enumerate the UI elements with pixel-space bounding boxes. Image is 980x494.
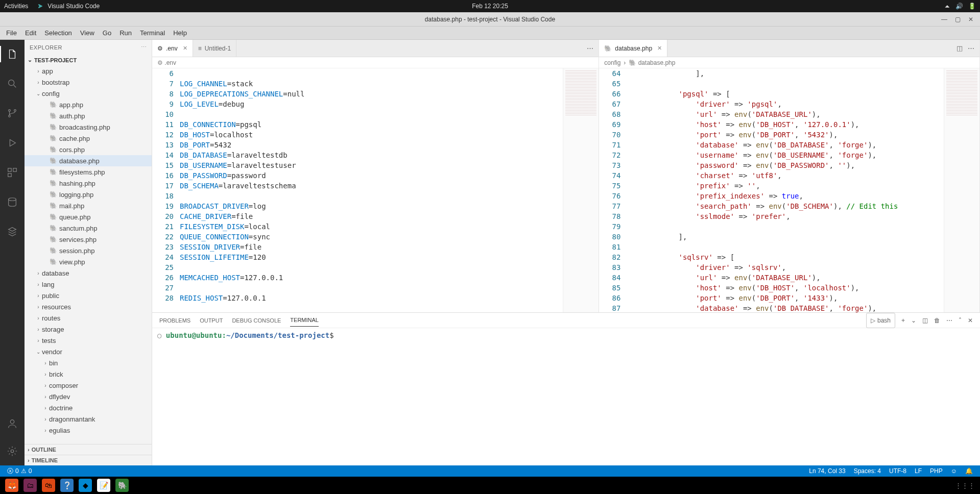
outline-section[interactable]: ›OUTLINE [25, 444, 152, 455]
terminal-dropdown-icon[interactable]: ⌄ [911, 314, 916, 327]
status-indent[interactable]: Spaces: 4 [850, 467, 885, 475]
window-minimize-button[interactable]: — [938, 15, 950, 24]
code-editor-left[interactable]: 6789101112131415161718192021222324252627… [152, 68, 599, 312]
panel-maximize-icon[interactable]: ˄ [959, 314, 962, 327]
panel-close-icon[interactable]: ✕ [968, 314, 973, 327]
file-database-php[interactable]: 🐘database.php [25, 155, 152, 166]
terminal-new-icon[interactable]: + [901, 314, 905, 327]
folder-egulias[interactable]: ›egulias [25, 425, 152, 436]
file-sanctum-php[interactable]: 🐘sanctum.php [25, 223, 152, 234]
taskbar-help[interactable]: ❔ [60, 479, 74, 492]
status-language[interactable]: PHP [926, 467, 947, 475]
file-filesystems-php[interactable]: 🐘filesystems.php [25, 166, 152, 178]
os-clock[interactable]: Feb 12 20:25 [472, 3, 508, 10]
file-mail-php[interactable]: 🐘mail.php [25, 200, 152, 211]
file-cors-php[interactable]: 🐘cors.php [25, 144, 152, 155]
file-session-php[interactable]: 🐘session.php [25, 245, 152, 256]
menu-file[interactable]: File [2, 27, 21, 39]
activity-extensions[interactable] [0, 162, 25, 183]
minimap-left[interactable] [563, 68, 599, 312]
window-close-button[interactable]: ✕ [965, 15, 977, 24]
taskbar-vscode[interactable]: ◆ [79, 479, 92, 492]
folder-app[interactable]: ›app [25, 65, 152, 77]
terminal[interactable]: ○ ubuntu@ubuntu:~/Documents/test-project… [152, 328, 980, 465]
menu-help[interactable]: Help [169, 27, 191, 39]
file-tree[interactable]: ›app›bootstrap⌄config🐘app.php🐘auth.php🐘b… [25, 65, 152, 444]
taskbar-text-editor[interactable]: 📝 [97, 479, 110, 492]
breadcrumb-left[interactable]: ⚙ .env [152, 57, 599, 68]
file-logging-php[interactable]: 🐘logging.php [25, 189, 152, 200]
minimap-right[interactable] [944, 68, 979, 312]
file-app-php[interactable]: 🐘app.php [25, 99, 152, 110]
volume-icon[interactable]: 🔊 [955, 3, 963, 10]
window-maximize-button[interactable]: ▢ [951, 15, 964, 24]
folder-vendor[interactable]: ⌄vendor [25, 346, 152, 357]
status-errors[interactable]: ⓧ0⚠0 [3, 467, 36, 476]
file-services-php[interactable]: 🐘services.php [25, 234, 152, 245]
activity-accounts[interactable] [0, 413, 25, 434]
breadcrumb-right[interactable]: config›🐘 database.php [599, 57, 979, 68]
menu-edit[interactable]: Edit [21, 27, 40, 39]
activity-settings[interactable] [0, 441, 25, 461]
tab--env[interactable]: ⚙.env✕ [152, 40, 193, 57]
status-cursor[interactable]: Ln 74, Col 33 [805, 467, 849, 475]
file-cache-php[interactable]: 🐘cache.php [25, 133, 152, 144]
file-queue-php[interactable]: 🐘queue.php [25, 211, 152, 223]
file-hashing-php[interactable]: 🐘hashing.php [25, 178, 152, 189]
folder-doctrine[interactable]: ›doctrine [25, 402, 152, 413]
panel-tab-problems[interactable]: PROBLEMS [159, 314, 190, 327]
menu-go[interactable]: Go [99, 27, 115, 39]
code-lines-left[interactable]: LOG_CHANNEL=stackLOG_DEPRECATIONS_CHANNE… [180, 68, 563, 312]
menu-selection[interactable]: Selection [40, 27, 76, 39]
terminal-shell-selector[interactable]: ▷ bash [866, 313, 895, 328]
network-icon[interactable]: ⏶ [944, 3, 950, 10]
file-view-php[interactable]: 🐘view.php [25, 256, 152, 267]
folder-dragonmantank[interactable]: ›dragonmantank [25, 413, 152, 425]
folder-storage[interactable]: ›storage [25, 324, 152, 335]
status-eol[interactable]: LF [911, 467, 926, 475]
activity-stack[interactable] [0, 221, 25, 242]
taskbar-pgadmin[interactable]: 🐘 [115, 479, 129, 492]
activity-database[interactable] [0, 192, 25, 212]
battery-icon[interactable]: 🔋 [968, 3, 976, 10]
panel-tab-terminal[interactable]: TERMINAL [290, 314, 319, 327]
activity-source-control[interactable] [0, 103, 25, 124]
project-root[interactable]: ⌄ TEST-PROJECT [25, 55, 152, 65]
folder-brick[interactable]: ›brick [25, 368, 152, 380]
activity-explorer[interactable] [0, 44, 25, 64]
folder-routes[interactable]: ›routes [25, 312, 152, 324]
tab-overflow-icon[interactable]: ⋯ [587, 44, 593, 52]
file-broadcasting-php[interactable]: 🐘broadcasting.php [25, 121, 152, 133]
tab-overflow-icon[interactable]: ⋯ [968, 44, 974, 52]
tab-close-icon[interactable]: ✕ [657, 45, 662, 52]
folder-tests[interactable]: ›tests [25, 335, 152, 346]
status-bell-icon[interactable]: 🔔 [961, 467, 977, 475]
breadcrumb-item[interactable]: 🐘 database.php [629, 59, 675, 66]
folder-public[interactable]: ›public [25, 290, 152, 301]
code-lines-right[interactable]: ], 'pgsql' => [ 'driver' => 'pgsql', 'ur… [627, 68, 944, 312]
folder-bootstrap[interactable]: ›bootstrap [25, 77, 152, 88]
tab-close-icon[interactable]: ✕ [183, 45, 187, 52]
breadcrumb-item[interactable]: config [604, 59, 620, 66]
sidebar-more-icon[interactable]: ⋯ [141, 44, 147, 51]
timeline-section[interactable]: ›TIMELINE [25, 455, 152, 465]
status-encoding[interactable]: UTF-8 [885, 467, 911, 475]
tab-database-php[interactable]: 🐘database.php✕ [599, 40, 667, 57]
folder-composer[interactable]: ›composer [25, 380, 152, 391]
menu-view[interactable]: View [76, 27, 99, 39]
taskbar-firefox[interactable]: 🦊 [5, 479, 18, 492]
folder-bin[interactable]: ›bin [25, 357, 152, 368]
folder-database[interactable]: ›database [25, 267, 152, 279]
activity-run-debug[interactable] [0, 133, 25, 153]
folder-resources[interactable]: ›resources [25, 301, 152, 312]
panel-tab-output[interactable]: OUTPUT [200, 314, 223, 327]
status-feedback-icon[interactable]: ☺ [947, 467, 961, 475]
activities-button[interactable]: Activities [4, 3, 28, 10]
menu-run[interactable]: Run [115, 27, 136, 39]
terminal-kill-icon[interactable]: 🗑 [934, 314, 940, 327]
terminal-split-icon[interactable]: ◫ [922, 314, 928, 327]
code-editor-right[interactable]: 6465666768697071727374757677787980818283… [599, 68, 979, 312]
active-app-indicator[interactable]: Visual Studio Code [37, 3, 100, 10]
menu-terminal[interactable]: Terminal [136, 27, 169, 39]
panel-tab-debug-console[interactable]: DEBUG CONSOLE [232, 314, 281, 327]
